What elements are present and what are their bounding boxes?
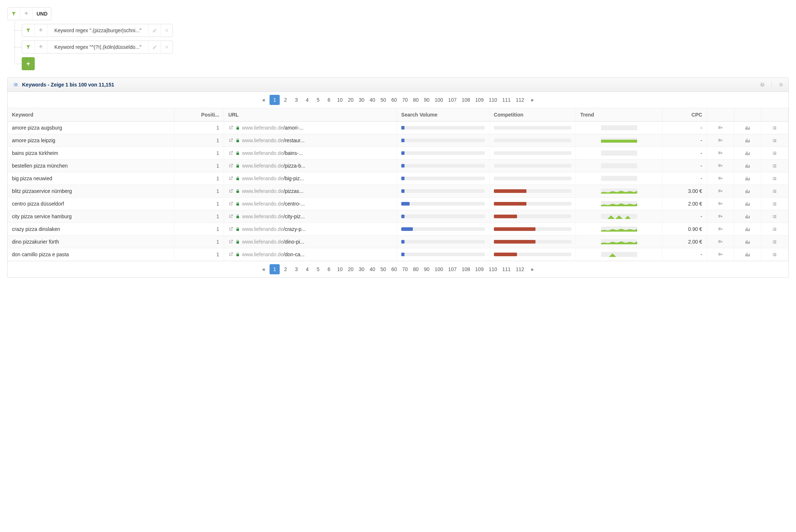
cell-url[interactable]: www.lieferando.de/dino-pi... [224, 236, 397, 248]
pagination-next[interactable]: » [527, 95, 537, 105]
pagination-page[interactable]: 110 [487, 95, 499, 105]
row-action-serp[interactable] [707, 122, 734, 134]
pagination-page[interactable]: 70 [400, 264, 410, 274]
row-action-list[interactable] [761, 147, 788, 160]
pagination-page[interactable]: 1 [270, 95, 280, 105]
filter-rule[interactable]: Keyword regex "^(?!(.(köln|düsseldo..." [22, 41, 173, 54]
row-action-chart[interactable] [734, 160, 761, 172]
cell-keyword[interactable]: bestellen pizza münchen [8, 160, 174, 172]
row-action-serp[interactable] [707, 223, 734, 236]
pagination-page[interactable]: 112 [513, 95, 526, 105]
pagination-page[interactable]: 5 [313, 95, 323, 105]
pagination-page[interactable]: 112 [513, 264, 526, 274]
external-link-icon[interactable] [228, 151, 233, 156]
pagination-page[interactable]: 50 [378, 264, 388, 274]
pagination-page[interactable]: 100 [432, 264, 445, 274]
cell-keyword[interactable]: amore pizza augsburg [8, 122, 174, 134]
row-action-serp[interactable] [707, 160, 734, 172]
pagination-page[interactable]: 60 [389, 95, 399, 105]
cell-keyword[interactable]: centro pizza düsseldorf [8, 198, 174, 210]
pagination-page[interactable]: 80 [411, 264, 421, 274]
gear-icon[interactable] [778, 82, 783, 87]
cell-keyword[interactable]: blitz pizzaservice nürnberg [8, 185, 174, 198]
pagination-page[interactable]: 20 [346, 264, 356, 274]
pencil-icon[interactable] [149, 24, 161, 37]
pagination-page[interactable]: 40 [367, 264, 377, 274]
pagination-page[interactable]: 6 [324, 95, 334, 105]
col-volume[interactable]: Search Volume [397, 108, 489, 122]
row-action-list[interactable] [761, 134, 788, 147]
row-action-chart[interactable] [734, 185, 761, 198]
row-action-chart[interactable] [734, 147, 761, 160]
row-action-list[interactable] [761, 172, 788, 185]
pagination-page[interactable]: 100 [432, 95, 445, 105]
move-icon[interactable] [35, 41, 47, 53]
col-position[interactable]: Positi... [174, 108, 224, 122]
row-action-serp[interactable] [707, 248, 734, 261]
pagination-page[interactable]: 60 [389, 264, 399, 274]
row-action-chart[interactable] [734, 236, 761, 248]
row-action-chart[interactable] [734, 248, 761, 261]
row-action-list[interactable] [761, 160, 788, 172]
cell-keyword[interactable]: don camillo pizza e pasta [8, 248, 174, 261]
external-link-icon[interactable] [228, 214, 233, 219]
cell-keyword[interactable]: dino pizzakurier fürth [8, 236, 174, 248]
filter-operator[interactable]: UND [33, 8, 51, 20]
pagination-page[interactable]: 30 [356, 264, 367, 274]
cell-url[interactable]: www.lieferando.de/pizza-b... [224, 160, 397, 172]
pagination-page[interactable]: 108 [460, 264, 472, 274]
pagination-prev[interactable]: « [259, 264, 269, 274]
cell-url[interactable]: www.lieferando.de/big-piz... [224, 172, 397, 185]
pagination-page[interactable]: 2 [280, 264, 291, 274]
external-link-icon[interactable] [228, 201, 233, 206]
col-url[interactable]: URL [224, 108, 397, 122]
pagination-page[interactable]: 4 [302, 95, 312, 105]
pagination-page[interactable]: 3 [291, 264, 301, 274]
cell-url[interactable]: www.lieferando.de/pizzas... [224, 185, 397, 198]
cell-url[interactable]: www.lieferando.de/don-ca... [224, 248, 397, 261]
external-link-icon[interactable] [228, 227, 233, 232]
add-filter-button[interactable]: + [22, 57, 35, 70]
pagination-next[interactable]: » [527, 264, 537, 274]
pagination-page[interactable]: 1 [270, 264, 280, 274]
pagination-page[interactable]: 80 [411, 95, 421, 105]
filter-root-node[interactable]: UND [7, 7, 51, 20]
row-action-serp[interactable] [707, 236, 734, 248]
row-action-list[interactable] [761, 122, 788, 134]
pagination-prev[interactable]: « [259, 95, 269, 105]
row-action-list[interactable] [761, 198, 788, 210]
close-icon[interactable] [161, 24, 173, 37]
cell-url[interactable]: www.lieferando.de/bains-... [224, 147, 397, 160]
cell-url[interactable]: www.lieferando.de/centro-... [224, 198, 397, 210]
external-link-icon[interactable] [228, 138, 233, 143]
pagination-page[interactable]: 109 [473, 264, 486, 274]
row-action-serp[interactable] [707, 172, 734, 185]
cell-url[interactable]: www.lieferando.de/city-piz... [224, 210, 397, 223]
cell-keyword[interactable]: city pizza service hamburg [8, 210, 174, 223]
col-competition[interactable]: Competition [489, 108, 576, 122]
row-action-serp[interactable] [707, 210, 734, 223]
cell-url[interactable]: www.lieferando.de/restaur... [224, 134, 397, 147]
row-action-serp[interactable] [707, 185, 734, 198]
pagination-page[interactable]: 90 [422, 95, 432, 105]
external-link-icon[interactable] [228, 125, 233, 130]
pagination-page[interactable]: 50 [378, 95, 388, 105]
pagination-page[interactable]: 10 [335, 95, 345, 105]
pagination-page[interactable]: 111 [500, 264, 513, 274]
pagination-page[interactable]: 111 [500, 95, 513, 105]
row-action-list[interactable] [761, 236, 788, 248]
row-action-list[interactable] [761, 248, 788, 261]
filter-rule[interactable]: Keyword regex ".(pizza|burger|schni..." [22, 24, 173, 37]
move-icon[interactable] [35, 24, 47, 37]
row-action-chart[interactable] [734, 172, 761, 185]
pagination-page[interactable]: 2 [280, 95, 291, 105]
pagination-page[interactable]: 70 [400, 95, 410, 105]
cell-url[interactable]: www.lieferando.de/crazy-p... [224, 223, 397, 236]
row-action-chart[interactable] [734, 223, 761, 236]
row-action-chart[interactable] [734, 122, 761, 134]
pagination-page[interactable]: 107 [446, 95, 459, 105]
pencil-icon[interactable] [149, 41, 161, 53]
row-action-serp[interactable] [707, 134, 734, 147]
cell-keyword[interactable]: crazy pizza dinslaken [8, 223, 174, 236]
pagination-page[interactable]: 110 [487, 264, 499, 274]
